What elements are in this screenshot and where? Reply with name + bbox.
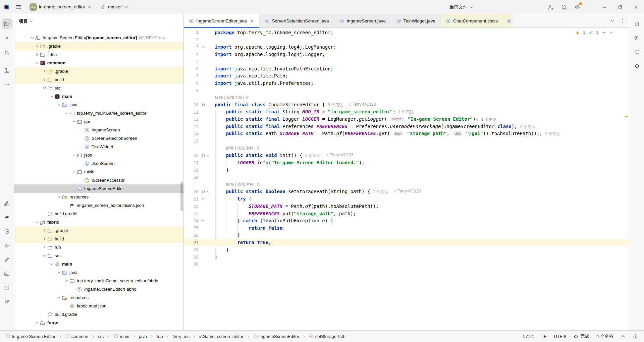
chevron-expanded-icon[interactable] bbox=[34, 220, 40, 224]
tree-item[interactable]: fabric bbox=[14, 218, 183, 226]
usages-inlay[interactable]: 1 个用法 bbox=[398, 110, 414, 114]
chevron-expanded-icon[interactable] bbox=[64, 111, 69, 115]
chevron-collapsed-icon[interactable] bbox=[42, 77, 47, 82]
chevron-collapsed-icon[interactable] bbox=[34, 52, 40, 57]
code-line[interactable]: 18 } bbox=[184, 166, 630, 174]
chevron-expanded-icon[interactable] bbox=[71, 170, 77, 174]
run-configuration-selector[interactable]: 当前文件 bbox=[449, 0, 474, 14]
code-line[interactable]: 8import java.util.prefs.Preferences; bbox=[184, 79, 630, 87]
settings-button[interactable] bbox=[573, 3, 582, 11]
tool-terminal-button[interactable] bbox=[2, 268, 12, 279]
tree-item[interactable]: src bbox=[14, 251, 183, 260]
search-everywhere-button[interactable] bbox=[559, 3, 568, 11]
breadcrumb-item[interactable]: src bbox=[97, 333, 105, 340]
code-line[interactable]: 3import org.apache.logging.log4j.LogMana… bbox=[184, 43, 630, 51]
tree-item[interactable]: build.gradle bbox=[14, 210, 183, 218]
chevron-expanded-icon[interactable] bbox=[64, 279, 69, 283]
chevron-expanded-icon[interactable] bbox=[71, 153, 77, 157]
tool-services-button[interactable] bbox=[2, 226, 12, 237]
code-line[interactable]: 15 bbox=[184, 137, 630, 145]
tree-scrollbar[interactable] bbox=[180, 182, 183, 211]
tree-item[interactable]: src bbox=[14, 84, 183, 92]
tree-item[interactable]: .gradle bbox=[14, 42, 183, 50]
restore-button[interactable] bbox=[612, 0, 628, 14]
tree-item[interactable]: java bbox=[14, 268, 183, 277]
project-panel-header[interactable]: 项目 bbox=[14, 14, 183, 29]
usages-inlay[interactable]: 1 个用法 bbox=[373, 189, 388, 194]
tool-hierarchy-button[interactable] bbox=[2, 198, 12, 209]
tool-pull-request-button[interactable] bbox=[2, 47, 12, 57]
vcs-branch-widget[interactable]: master bbox=[99, 3, 130, 11]
tree-item[interactable]: .gradle bbox=[14, 67, 183, 75]
tab-TextWidget.java[interactable]: CTextWidget.java bbox=[391, 14, 441, 27]
status-ai-completion-status[interactable]: 完成 bbox=[574, 333, 589, 339]
ai-inlay-actions[interactable]: 解释 | 添加注释 | X bbox=[212, 146, 259, 151]
usages-inlay[interactable]: 9 个用法 bbox=[328, 103, 343, 107]
chevron-expanded-icon[interactable] bbox=[30, 36, 35, 40]
code-line[interactable]: 11 public static final String MOD_ID = "… bbox=[184, 109, 630, 116]
minimize-button[interactable] bbox=[597, 0, 612, 14]
tool-build-hammer-button[interactable] bbox=[2, 254, 12, 265]
tree-item[interactable]: CIngameScreenEditorFabric bbox=[14, 285, 183, 293]
tree-item[interactable]: top.terry_mc.inGame_screen_editor.fabric bbox=[14, 277, 183, 285]
usages-inlay[interactable]: 2 个用法 bbox=[520, 124, 535, 129]
code-line[interactable]: 19 bbox=[184, 174, 630, 181]
tab-ScreenSelectionScreen.java[interactable]: CScreenSelectionScreen.java bbox=[260, 14, 334, 27]
breadcrumb-item[interactable]: common bbox=[64, 333, 90, 340]
code-line[interactable]: 5 bbox=[184, 58, 630, 65]
tree-item[interactable]: main bbox=[14, 260, 183, 268]
breadcrumb-item[interactable]: main bbox=[112, 333, 130, 340]
tree-item[interactable]: mixin bbox=[14, 168, 183, 176]
tab-options-kebab-icon[interactable] bbox=[620, 18, 625, 23]
ai-code-vision-icon[interactable] bbox=[201, 153, 206, 158]
code-editor[interactable]: 1package top.terry_mc.inGame_screen_edit… bbox=[184, 28, 630, 330]
code-line[interactable]: 24 } catch (InvalidPathException e) { bbox=[184, 217, 630, 224]
tree-item[interactable]: CTextWidget bbox=[14, 142, 183, 151]
chevron-down-icon[interactable] bbox=[609, 30, 614, 35]
tree-item[interactable]: .gradle bbox=[14, 226, 183, 235]
code-line[interactable]: 20 public static boolean setStoragePath(… bbox=[184, 188, 630, 195]
tree-item[interactable]: .idea bbox=[14, 50, 183, 59]
chevron-expanded-icon[interactable] bbox=[49, 262, 55, 266]
status-encoding[interactable]: UTF-8 bbox=[554, 334, 566, 339]
code-line[interactable]: 12 public static final Logger LOGGER = L… bbox=[184, 116, 630, 123]
code-line[interactable]: 2 bbox=[184, 36, 630, 44]
tree-item[interactable]: resources bbox=[14, 293, 183, 302]
tree-item[interactable]: java bbox=[14, 101, 183, 109]
warning-stripe-mark[interactable] bbox=[625, 116, 628, 117]
close-tab-icon[interactable] bbox=[249, 18, 254, 23]
tool-run-button[interactable] bbox=[2, 240, 12, 251]
chevron-expanded-icon[interactable] bbox=[42, 253, 47, 258]
code-line[interactable]: 23 PREFERENCES.put("storage_path", path)… bbox=[184, 210, 630, 217]
breadcrumb-item[interactable]: CIngameScreenEditor bbox=[252, 333, 301, 340]
ai-code-vision-icon[interactable] bbox=[201, 189, 206, 194]
breadcrumb-item[interactable]: terry_mc bbox=[171, 333, 191, 340]
code-with-me-button[interactable] bbox=[546, 3, 555, 11]
chevron-expanded-icon[interactable] bbox=[56, 270, 62, 275]
tool-commit-button[interactable] bbox=[2, 33, 12, 43]
breadcrumb-item[interactable]: msetStoragePath bbox=[308, 333, 347, 340]
author-inlay[interactable]: Terry-MC123 bbox=[393, 189, 421, 193]
tree-item[interactable]: IIScreenAccessor bbox=[14, 176, 183, 184]
tree-item[interactable]: CJsonScreen bbox=[14, 159, 183, 168]
tree-item[interactable]: json bbox=[14, 151, 183, 159]
tab-partial[interactable]: C bbox=[503, 14, 513, 27]
fold-chevron-icon[interactable] bbox=[201, 197, 205, 201]
chevron-collapsed-icon[interactable] bbox=[42, 245, 47, 249]
tree-item[interactable]: main bbox=[14, 92, 183, 101]
chevron-expanded-icon[interactable] bbox=[34, 321, 40, 325]
tree-item[interactable]: CScreenSelectionScreen bbox=[14, 134, 183, 142]
chevron-expanded-icon[interactable] bbox=[34, 61, 40, 65]
author-inlay[interactable]: Terry-MC123 bbox=[348, 102, 376, 107]
tab-ChatComponent.class[interactable]: CChatComponent.class bbox=[441, 14, 503, 27]
code-line[interactable]: 14 public static Path STORAGE_PATH = Pat… bbox=[184, 130, 630, 137]
status-caret-position[interactable]: 27:21 bbox=[523, 334, 534, 339]
tree-item[interactable]: build bbox=[14, 75, 183, 84]
code-line[interactable]: 4import org.apache.logging.log4j.Logger; bbox=[184, 51, 630, 58]
tool-gradle-button[interactable] bbox=[632, 47, 643, 57]
code-line[interactable]: 7import java.nio.file.Path; bbox=[184, 72, 630, 80]
tree-item[interactable]: build bbox=[14, 235, 183, 243]
author-inlay[interactable]: Terry-MC123 bbox=[325, 153, 353, 157]
tree-item[interactable]: resources bbox=[14, 193, 183, 201]
fold-chevron-icon[interactable] bbox=[201, 45, 205, 49]
